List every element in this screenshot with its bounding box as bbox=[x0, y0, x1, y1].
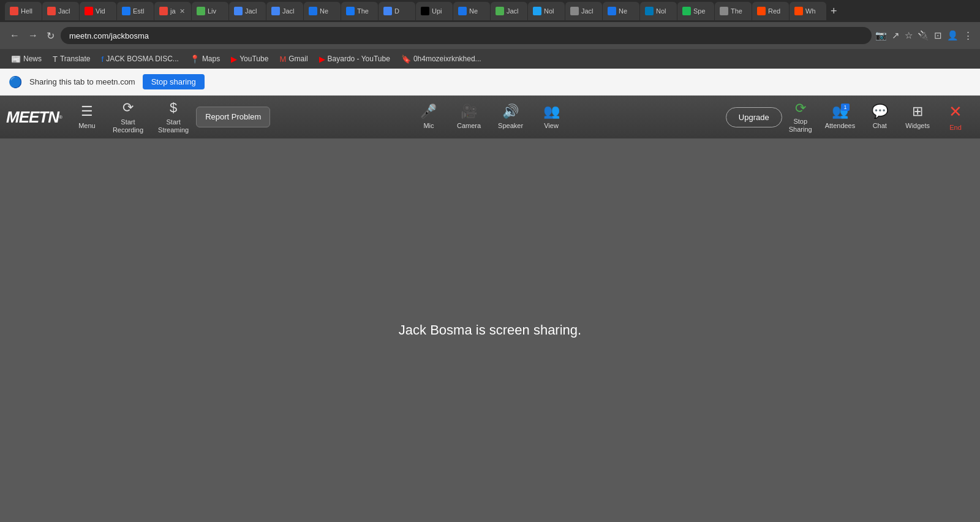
reload-button[interactable]: ↻ bbox=[44, 29, 57, 43]
tab-7[interactable]: Jacl bbox=[229, 2, 266, 20]
tab-21[interactable]: Red bbox=[752, 2, 789, 20]
tab-11[interactable]: D bbox=[379, 2, 415, 20]
more-icon[interactable]: ⋮ bbox=[963, 30, 973, 41]
bookmark-news[interactable]: 📰 News bbox=[6, 53, 47, 65]
attendees-badge: 1 bbox=[841, 104, 850, 111]
bookmark-icon[interactable]: ☆ bbox=[905, 30, 913, 41]
tab-19[interactable]: Spe bbox=[677, 2, 714, 20]
tab-1[interactable]: Hell bbox=[5, 2, 42, 20]
tab-favicon bbox=[234, 7, 243, 15]
start-streaming-button[interactable]: $ StartStreaming bbox=[151, 96, 196, 138]
tab-8[interactable]: Jacl bbox=[266, 2, 303, 20]
tab-close-5[interactable]: ✕ bbox=[178, 7, 186, 15]
tab-10[interactable]: The bbox=[341, 2, 378, 20]
tab-13[interactable]: Ne bbox=[453, 2, 490, 20]
profile-icon[interactable]: 👤 bbox=[947, 30, 959, 41]
tab-favicon bbox=[10, 7, 18, 15]
start-recording-label: StartRecording bbox=[113, 118, 143, 134]
bookmark-translate-label: Translate bbox=[60, 55, 91, 63]
tab-4[interactable]: Estl bbox=[117, 2, 154, 20]
tab-17[interactable]: Ne bbox=[603, 2, 639, 20]
tab-favicon bbox=[794, 7, 803, 15]
toolbar-icons: 📷 ↗ ☆ 🔌 ⊡ 👤 ⋮ bbox=[875, 30, 973, 41]
camera-label: Camera bbox=[457, 122, 481, 130]
tab-12[interactable]: Upi bbox=[416, 2, 453, 20]
browser-chrome: Hell Jacl Vid Estl ja ✕ Liv Jacl bbox=[0, 0, 980, 69]
tab-14[interactable]: Jacl bbox=[491, 2, 527, 20]
menu-button[interactable]: ☰ Menu bbox=[69, 100, 105, 134]
tab-20[interactable]: The bbox=[715, 2, 752, 20]
tab-label: Hell bbox=[21, 7, 32, 15]
extensions-icon[interactable]: 🔌 bbox=[918, 30, 929, 41]
stop-sharing-icon: ⟳ bbox=[795, 100, 806, 116]
tab-favicon bbox=[608, 7, 616, 15]
tab-15[interactable]: Nol bbox=[528, 2, 565, 20]
tab-favicon bbox=[421, 7, 429, 15]
tab-6[interactable]: Liv bbox=[192, 2, 228, 20]
menu-icon: ☰ bbox=[81, 104, 93, 119]
tab-22[interactable]: Wh bbox=[790, 2, 826, 20]
stop-sharing-toolbar-label: StopSharing bbox=[789, 118, 812, 134]
mic-button[interactable]: 🎤 Mic bbox=[410, 100, 447, 134]
tab-favicon bbox=[682, 7, 691, 15]
camera-button[interactable]: 🎥 Camera bbox=[450, 100, 488, 134]
start-recording-button[interactable]: ⟳ StartRecording bbox=[105, 96, 151, 138]
tab-favicon bbox=[533, 7, 541, 15]
tab-5[interactable]: ja ✕ bbox=[154, 2, 191, 20]
upgrade-button[interactable]: Upgrade bbox=[726, 107, 782, 127]
bookmark-maps[interactable]: 📍 Maps bbox=[185, 53, 225, 65]
bookmark-misc-label: 0h4mozeixrknkhed... bbox=[413, 55, 481, 63]
widgets-button[interactable]: ⊞ Widgets bbox=[898, 100, 937, 134]
report-problem-button[interactable]: Report Problem bbox=[196, 107, 270, 127]
widgets-icon: ⊞ bbox=[912, 104, 923, 119]
bookmark-translate[interactable]: T Translate bbox=[48, 53, 96, 65]
end-button[interactable]: ✕ End bbox=[937, 99, 974, 135]
speaker-label: Speaker bbox=[498, 122, 523, 130]
forward-button[interactable]: → bbox=[26, 29, 40, 42]
sharing-icon: 🔵 bbox=[9, 75, 22, 89]
tab-16[interactable]: Jacl bbox=[565, 2, 602, 20]
fb-favicon: f bbox=[102, 55, 104, 64]
gmail-favicon: M bbox=[279, 55, 286, 64]
news-favicon: 📰 bbox=[11, 55, 21, 64]
new-tab-button[interactable]: + bbox=[827, 5, 841, 18]
tab-favicon bbox=[645, 7, 654, 15]
yt-favicon: ▶ bbox=[231, 55, 237, 64]
tab-18[interactable]: Nol bbox=[640, 2, 677, 20]
bookmark-gmail[interactable]: M Gmail bbox=[274, 53, 312, 65]
stop-sharing-toolbar-button[interactable]: ⟳ StopSharing bbox=[782, 98, 819, 136]
meetn-logo-reg: ® bbox=[59, 115, 62, 120]
bookmark-jack-bosma[interactable]: f JACK BOSMA DISC... bbox=[97, 53, 184, 65]
tab-search-icon[interactable]: ⊡ bbox=[934, 30, 942, 41]
bookmark-youtube[interactable]: ▶ YouTube bbox=[226, 53, 273, 65]
main-content: Jack Bosma is screen sharing. bbox=[0, 138, 980, 522]
tab-3[interactable]: Vid bbox=[80, 2, 116, 20]
tab-2[interactable]: Jacl bbox=[42, 2, 79, 20]
attendees-button[interactable]: 👥 1 Attendees bbox=[819, 101, 862, 132]
share-icon[interactable]: ↗ bbox=[892, 30, 900, 41]
view-icon: 👥 bbox=[543, 104, 560, 119]
sharing-bar: 🔵 Sharing this tab to meetn.com Stop sha… bbox=[0, 69, 980, 96]
chat-button[interactable]: 💬 Chat bbox=[861, 100, 898, 134]
tab-favicon bbox=[122, 7, 130, 15]
address-input[interactable] bbox=[61, 27, 872, 44]
tab-bar: Hell Jacl Vid Estl ja ✕ Liv Jacl bbox=[0, 0, 980, 22]
tab-favicon bbox=[458, 7, 467, 15]
tab-9[interactable]: Ne bbox=[304, 2, 341, 20]
tab-favicon bbox=[570, 7, 579, 15]
tab-favicon bbox=[159, 7, 168, 15]
cast-icon[interactable]: 📷 bbox=[875, 30, 887, 41]
bookmark-misc[interactable]: 🔖 0h4mozeixrknkhed... bbox=[396, 53, 486, 65]
tab-favicon bbox=[720, 7, 728, 15]
sharing-text: Sharing this tab to meetn.com bbox=[29, 77, 135, 86]
chat-icon: 💬 bbox=[872, 104, 888, 119]
view-button[interactable]: 👥 View bbox=[533, 100, 570, 134]
tab-favicon bbox=[47, 7, 56, 15]
back-button[interactable]: ← bbox=[7, 29, 22, 42]
stop-sharing-button[interactable]: Stop sharing bbox=[143, 74, 205, 89]
bookmark-bayardo[interactable]: ▶ Bayardo - YouTube bbox=[314, 53, 395, 65]
mic-icon: 🎤 bbox=[420, 104, 437, 119]
bookmark-news-label: News bbox=[23, 55, 42, 63]
view-label: View bbox=[544, 122, 559, 130]
speaker-button[interactable]: 🔊 Speaker bbox=[491, 100, 530, 134]
